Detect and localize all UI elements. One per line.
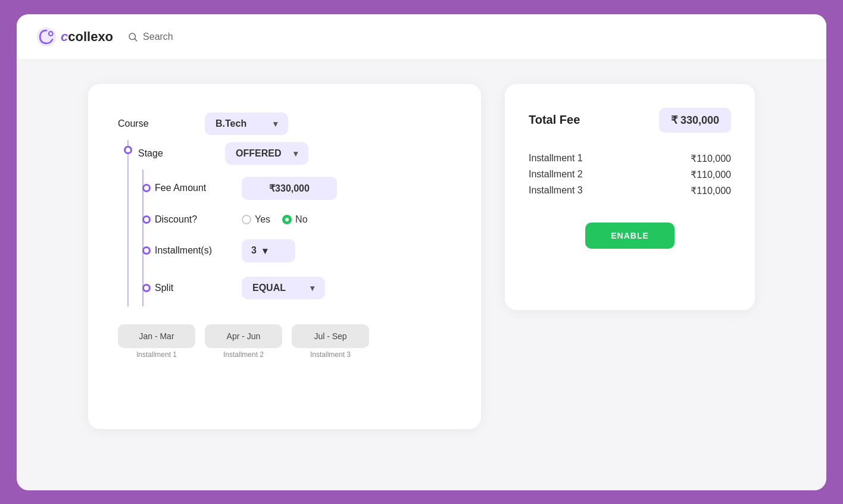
discount-yes-radio[interactable] <box>242 215 251 224</box>
search-label: Search <box>143 32 173 42</box>
svg-point-2 <box>49 32 52 35</box>
installment-row-2: Installment 2 ₹110,000 <box>529 167 731 183</box>
installment-tab-2-button[interactable]: Apr - Jun <box>205 324 282 348</box>
discount-radio-group: Yes No <box>242 214 308 225</box>
right-card: Total Fee ₹ 330,000 Installment 1 ₹110,0… <box>505 84 755 310</box>
installments-label: Installment(s) <box>155 245 232 256</box>
installment-1-label: Installment 1 <box>529 153 583 164</box>
search-icon <box>127 32 138 42</box>
installments-list: Installment 1 ₹110,000 Installment 2 ₹11… <box>529 151 731 199</box>
installment-tabs: Jan - Mar Installment 1 Apr - Jun Instal… <box>118 324 451 359</box>
installment-tab-3-button[interactable]: Jul - Sep <box>292 324 369 348</box>
total-fee-label: Total Fee <box>529 113 580 127</box>
installment-tab-1-button[interactable]: Jan - Mar <box>118 324 195 348</box>
chevron-down-icon: ▾ <box>273 119 277 129</box>
logo-text: ccollexo <box>61 29 113 45</box>
installment-tab-2-label: Installment 2 <box>223 350 264 359</box>
left-card: Course B.Tech ▾ Stage <box>88 84 481 429</box>
discount-no-option[interactable]: No <box>282 214 307 225</box>
chevron-down-icon: ▾ <box>310 283 314 293</box>
installment-3-value: ₹110,000 <box>691 185 731 196</box>
chevron-down-icon: ▾ <box>294 149 298 158</box>
installment-row-3: Installment 3 ₹110,000 <box>529 183 731 199</box>
header: ccollexo Search <box>17 14 826 60</box>
enable-button[interactable]: ENABLE <box>585 223 675 249</box>
installment-2-label: Installment 2 <box>529 169 583 180</box>
logo: ccollexo <box>36 26 113 48</box>
installment-tab-2: Apr - Jun Installment 2 <box>205 324 282 359</box>
installment-tab-3-label: Installment 3 <box>310 350 351 359</box>
total-fee-row: Total Fee ₹ 330,000 <box>529 108 731 133</box>
discount-label: Discount? <box>155 214 232 225</box>
stage-dropdown[interactable]: OFFERED ▾ <box>225 142 308 165</box>
chevron-down-icon: ▾ <box>263 245 267 256</box>
installment-1-value: ₹110,000 <box>691 153 731 164</box>
split-dropdown[interactable]: EQUAL ▾ <box>242 277 325 299</box>
main-container: ccollexo Search Course B.Tech ▾ <box>17 14 826 490</box>
total-fee-value: ₹ 330,000 <box>659 108 731 133</box>
fee-amount-value[interactable]: ₹330,000 <box>242 177 337 200</box>
discount-yes-option[interactable]: Yes <box>242 214 270 225</box>
search-bar[interactable]: Search <box>127 32 173 42</box>
installment-row-1: Installment 1 ₹110,000 <box>529 151 731 167</box>
main-content: Course B.Tech ▾ Stage <box>17 60 826 490</box>
installment-3-label: Installment 3 <box>529 185 583 196</box>
fee-amount-label: Fee Amount <box>155 183 232 193</box>
installment-tab-1-label: Installment 1 <box>136 350 177 359</box>
course-dropdown[interactable]: B.Tech ▾ <box>205 112 288 135</box>
installment-tab-3: Jul - Sep Installment 3 <box>292 324 369 359</box>
stage-label: Stage <box>138 148 216 159</box>
installment-tab-1: Jan - Mar Installment 1 <box>118 324 195 359</box>
course-label: Course <box>118 118 195 129</box>
installments-dropdown[interactable]: 3 ▾ <box>242 239 295 262</box>
logo-icon <box>36 26 57 48</box>
installment-2-value: ₹110,000 <box>691 169 731 180</box>
discount-no-radio[interactable] <box>282 215 292 224</box>
split-label: Split <box>155 283 232 293</box>
